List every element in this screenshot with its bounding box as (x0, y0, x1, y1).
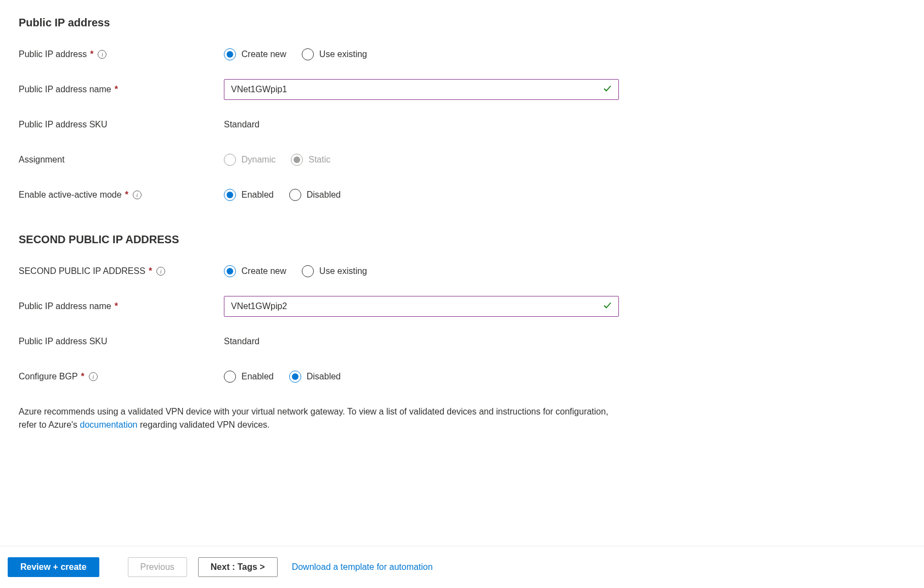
radio-bgp-disabled[interactable]: Disabled (289, 371, 341, 383)
required-icon: * (149, 266, 152, 276)
required-icon: * (90, 49, 93, 59)
radio-aa-enabled[interactable]: Enabled (224, 189, 274, 201)
download-template-link[interactable]: Download a template for automation (292, 562, 433, 572)
radio-use-existing-2[interactable]: Use existing (302, 265, 367, 277)
input-pip-name-2[interactable] (224, 296, 619, 317)
label-text: Public IP address (19, 49, 87, 59)
label-text: Public IP address name (19, 301, 111, 311)
required-icon: * (125, 190, 128, 200)
value-pip-sku-1: Standard (224, 120, 260, 130)
radio-label: Enabled (241, 372, 274, 382)
info-icon[interactable]: i (133, 191, 142, 199)
radio-use-existing-1[interactable]: Use existing (302, 48, 367, 60)
label-second-pip: SECOND PUBLIC IP ADDRESS * i (19, 266, 224, 276)
label-text: Public IP address SKU (19, 337, 108, 346)
label-active-active: Enable active-active mode * i (19, 190, 224, 200)
radio-label: Enabled (241, 190, 274, 200)
label-text: Public IP address SKU (19, 120, 108, 130)
radio-label: Disabled (307, 372, 341, 382)
label-public-ip-address: Public IP address * i (19, 49, 224, 59)
radio-label: Use existing (319, 266, 367, 276)
label-pip-sku-1: Public IP address SKU (19, 120, 224, 130)
radio-aa-disabled[interactable]: Disabled (289, 189, 341, 201)
radio-create-new-1[interactable]: Create new (224, 48, 286, 60)
section-title-second-pip: SECOND PUBLIC IP ADDRESS (19, 233, 924, 246)
section-title-public-ip: Public IP address (19, 16, 924, 29)
label-pip-name-2: Public IP address name * (19, 301, 224, 311)
label-pip-sku-2: Public IP address SKU (19, 337, 224, 346)
radio-static: Static (291, 154, 330, 166)
required-icon: * (115, 301, 118, 311)
radio-label: Static (308, 155, 330, 165)
label-text: Assignment (19, 155, 65, 165)
input-pip-name-1[interactable] (224, 79, 619, 100)
radio-bgp-enabled[interactable]: Enabled (224, 371, 274, 383)
label-text: Public IP address name (19, 85, 111, 94)
info-icon[interactable]: i (89, 372, 98, 381)
label-text: SECOND PUBLIC IP ADDRESS (19, 266, 145, 276)
required-icon: * (81, 372, 84, 382)
info-icon[interactable]: i (156, 267, 165, 276)
required-icon: * (115, 85, 118, 94)
radio-create-new-2[interactable]: Create new (224, 265, 286, 277)
radio-label: Create new (241, 49, 286, 59)
radio-dynamic: Dynamic (224, 154, 275, 166)
review-create-button[interactable]: Review + create (8, 557, 99, 577)
wizard-footer: Review + create Previous Next : Tags > D… (0, 546, 924, 588)
radio-label: Disabled (307, 190, 341, 200)
label-configure-bgp: Configure BGP * i (19, 372, 224, 382)
label-text: Configure BGP (19, 372, 78, 382)
radio-label: Create new (241, 266, 286, 276)
value-pip-sku-2: Standard (224, 337, 260, 346)
previous-button[interactable]: Previous (128, 557, 187, 577)
documentation-link[interactable]: documentation (80, 420, 138, 429)
description-after: regarding validated VPN devices. (138, 420, 270, 429)
radio-label: Dynamic (241, 155, 275, 165)
description-text: Azure recommends using a validated VPN d… (19, 405, 622, 432)
label-text: Enable active-active mode (19, 190, 122, 200)
label-assignment: Assignment (19, 155, 224, 165)
info-icon[interactable]: i (98, 50, 106, 59)
next-button[interactable]: Next : Tags > (198, 557, 278, 577)
radio-label: Use existing (319, 49, 367, 59)
label-pip-name-1: Public IP address name * (19, 85, 224, 94)
